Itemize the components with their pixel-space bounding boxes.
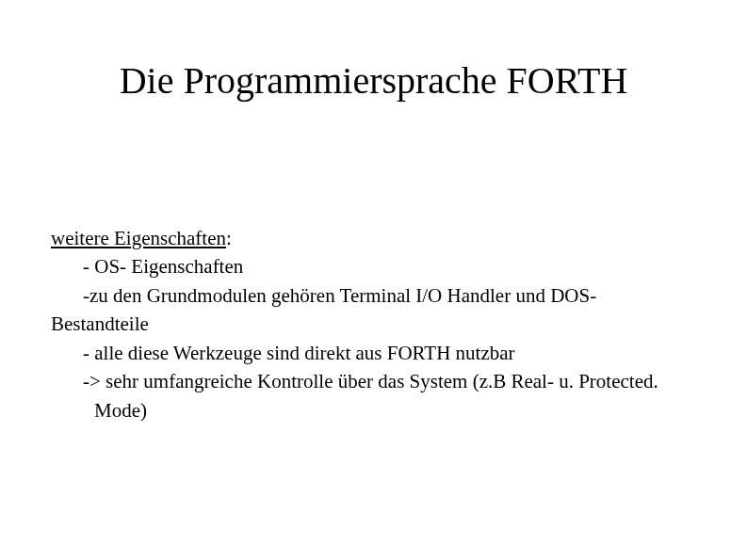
bullet-os-eigenschaften: - OS- Eigenschaften	[51, 252, 709, 280]
slide-body: weitere Eigenschaften: - OS- Eigenschaft…	[51, 224, 709, 424]
bullet-grundmodule-line1: -zu den Grundmodulen gehören Terminal I/…	[51, 281, 709, 310]
subheading-colon: :	[226, 227, 232, 249]
bullet-kontrolle-line2: Mode)	[51, 396, 709, 424]
bullet-werkzeuge: - alle diese Werkzeuge sind direkt aus F…	[51, 339, 709, 367]
subheading-line: weitere Eigenschaften:	[51, 224, 709, 252]
slide-title: Die Programmiersprache FORTH	[0, 58, 747, 103]
bullet-kontrolle-line1: -> sehr umfangreiche Kontrolle über das …	[51, 367, 709, 395]
subheading: weitere Eigenschaften	[51, 227, 226, 249]
bullet-grundmodule-line2: Bestandteile	[51, 310, 709, 338]
slide: Die Programmiersprache FORTH weitere Eig…	[0, 0, 747, 560]
